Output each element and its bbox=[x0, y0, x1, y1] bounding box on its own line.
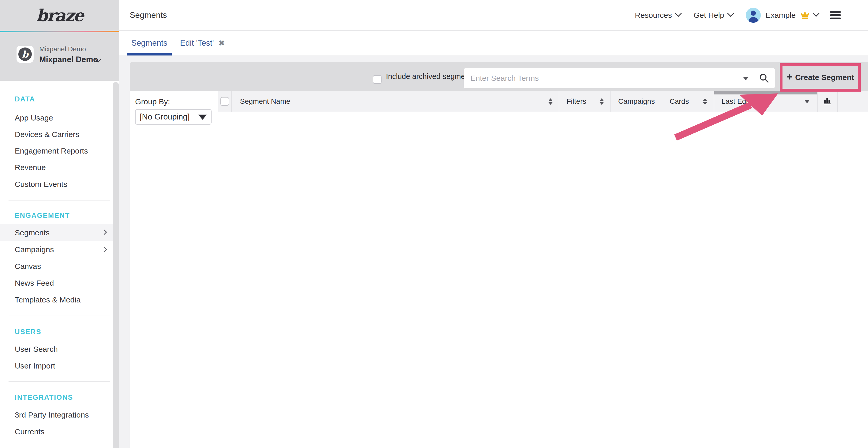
column-header-cards[interactable]: Cards bbox=[662, 91, 714, 112]
search-dropdown-caret-icon[interactable] bbox=[743, 77, 749, 80]
sidebar-item-3rd-party-integrations[interactable]: 3rd Party Integrations bbox=[0, 407, 113, 423]
sort-icon[interactable] bbox=[599, 98, 604, 105]
sidebar-item-app-usage[interactable]: App Usage bbox=[0, 110, 113, 126]
sort-icon[interactable] bbox=[549, 98, 553, 105]
page-title: Segments bbox=[130, 0, 167, 30]
column-header-filters[interactable]: Filters bbox=[559, 91, 611, 112]
plus-icon: + bbox=[787, 71, 793, 82]
sidebar-item-custom-events[interactable]: Custom Events bbox=[0, 176, 113, 193]
sidebar-item-news-feed[interactable]: News Feed bbox=[0, 275, 113, 291]
tab-label: Edit 'Test' bbox=[180, 38, 214, 47]
column-header-empty bbox=[838, 91, 868, 112]
workspace-app-icon: b bbox=[17, 46, 34, 63]
group-by-panel: Group By: [No Grouping] bbox=[130, 91, 219, 448]
workspace-name: Mixpanel Demo bbox=[39, 55, 98, 64]
group-by-select[interactable]: [No Grouping] bbox=[135, 109, 212, 125]
header-right-nav: Resources Get Help Example bbox=[635, 0, 841, 30]
active-tab-underline bbox=[127, 53, 172, 56]
user-name: Example bbox=[766, 11, 796, 20]
sidebar-item-segments[interactable]: Segments bbox=[0, 224, 113, 241]
brand-logo-block: braze bbox=[0, 0, 119, 31]
sidebar-divider bbox=[8, 200, 110, 201]
select-caret-icon bbox=[198, 114, 207, 120]
get-help-label: Get Help bbox=[693, 11, 724, 20]
column-label: Segment Name bbox=[240, 97, 290, 106]
search-icon[interactable] bbox=[758, 72, 770, 85]
column-label: Last Edited bbox=[721, 97, 758, 106]
select-all-cell bbox=[218, 91, 232, 112]
sidebar-scrollbar-thumb[interactable] bbox=[113, 82, 119, 448]
column-label: Cards bbox=[670, 97, 689, 106]
column-header-campaigns[interactable]: Campaigns bbox=[611, 91, 662, 112]
column-header-segment-name[interactable]: Segment Name bbox=[232, 91, 559, 112]
sidebar-divider bbox=[8, 316, 110, 316]
sidebar-item-devices-carriers[interactable]: Devices & Carriers bbox=[0, 126, 113, 143]
resources-menu[interactable]: Resources bbox=[635, 11, 680, 20]
chevron-down-icon[interactable] bbox=[813, 10, 819, 16]
sidebar-item-campaigns[interactable]: Campaigns bbox=[0, 241, 113, 258]
workspace-switcher[interactable]: b Mixpanel Demo Mixpanel Demo bbox=[0, 32, 119, 81]
tab-segments[interactable]: Segments bbox=[127, 31, 172, 56]
avatar-head-shape bbox=[751, 10, 756, 16]
group-by-label: Group By: bbox=[135, 97, 170, 106]
segments-toolbar: Include archived segments + Create Segme… bbox=[130, 62, 868, 91]
chevron-right-icon bbox=[101, 230, 107, 235]
column-header-last-edited[interactable]: Last Edited bbox=[714, 91, 817, 112]
include-archived-checkbox[interactable] bbox=[373, 75, 381, 84]
bar-chart-icon bbox=[823, 96, 832, 107]
sidebar: DATA App Usage Devices & Carriers Engage… bbox=[0, 81, 113, 448]
sidebar-section-engagement: ENGAGEMENT bbox=[15, 212, 70, 219]
sidebar-item-user-import[interactable]: User Import bbox=[0, 358, 113, 374]
avatar-body-shape bbox=[749, 17, 758, 23]
workspace-company: Mixpanel Demo bbox=[39, 45, 86, 53]
tab-label: Segments bbox=[131, 38, 167, 47]
sidebar-item-label: Segments bbox=[15, 229, 50, 237]
sidebar-item-templates-media[interactable]: Templates & Media bbox=[0, 291, 113, 308]
create-segment-label: Create Segment bbox=[795, 73, 854, 82]
active-sort-column-strip bbox=[714, 91, 817, 95]
chevron-right-icon bbox=[101, 247, 107, 252]
segments-table: Segment Name Filters Campaigns Cards Las… bbox=[218, 91, 868, 448]
tab-edit-test[interactable]: Edit 'Test'✖ bbox=[180, 31, 225, 56]
braze-dashboard: Segments Resources Get Help Example bbox=[0, 0, 868, 448]
top-header: Segments Resources Get Help Example bbox=[119, 0, 868, 31]
sidebar-item-label: Campaigns bbox=[15, 245, 54, 254]
column-label: Filters bbox=[566, 97, 586, 106]
include-archived-label: Include archived segments bbox=[386, 62, 475, 91]
sidebar-section-integrations: INTEGRATIONS bbox=[15, 393, 73, 402]
braze-logo: braze bbox=[36, 6, 83, 25]
sidebar-item-user-search[interactable]: User Search bbox=[0, 341, 113, 357]
table-header-row: Segment Name Filters Campaigns Cards Las… bbox=[218, 91, 868, 112]
user-avatar[interactable] bbox=[746, 8, 761, 23]
crown-icon bbox=[800, 10, 810, 20]
chevron-down-icon bbox=[727, 10, 734, 16]
sidebar-item-engagement-reports[interactable]: Engagement Reports bbox=[0, 143, 113, 159]
sidebar-item-canvas[interactable]: Canvas bbox=[0, 258, 113, 275]
hamburger-menu-icon[interactable] bbox=[830, 11, 841, 20]
sidebar-item-currents[interactable]: Currents bbox=[0, 423, 113, 440]
column-dropdown-caret-icon[interactable] bbox=[805, 100, 809, 103]
tabs-row: Segments Edit 'Test'✖ bbox=[119, 31, 868, 56]
sidebar-section-data: DATA bbox=[15, 95, 35, 103]
create-segment-button[interactable]: + Create Segment bbox=[783, 66, 858, 89]
search-input[interactable] bbox=[464, 68, 775, 88]
close-icon[interactable]: ✖ bbox=[219, 39, 225, 47]
sidebar-divider bbox=[8, 381, 110, 382]
workspace-badge-letter: b bbox=[22, 49, 28, 60]
column-header-analytics[interactable] bbox=[817, 91, 838, 112]
chevron-down-icon bbox=[675, 10, 681, 16]
group-by-value: [No Grouping] bbox=[140, 110, 190, 124]
column-label: Campaigns bbox=[618, 97, 655, 106]
get-help-menu[interactable]: Get Help bbox=[693, 11, 733, 20]
sidebar-item-revenue[interactable]: Revenue bbox=[0, 159, 113, 176]
select-all-checkbox[interactable] bbox=[220, 97, 229, 106]
sort-icon[interactable] bbox=[703, 98, 707, 105]
resources-label: Resources bbox=[635, 11, 672, 20]
table-bottom-border bbox=[130, 446, 868, 446]
sidebar-section-users: USERS bbox=[15, 328, 41, 336]
search-field-wrap bbox=[464, 68, 775, 88]
